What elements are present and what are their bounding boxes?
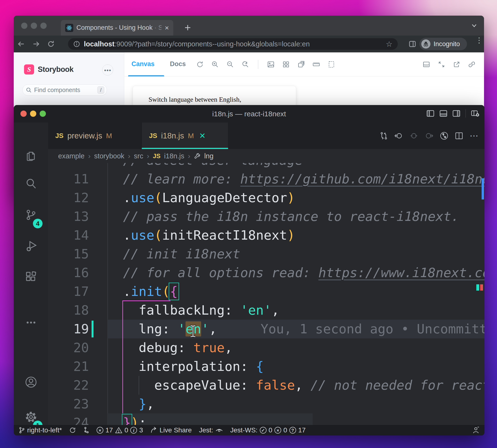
breadcrumb-item[interactable]: storybook: [94, 152, 125, 160]
url-bar[interactable]: localhost:9009/?path=/story/components--…: [68, 38, 398, 50]
info-icon[interactable]: [73, 41, 80, 47]
fullscreen-icon[interactable]: [438, 61, 445, 68]
browser-traffic-lights[interactable]: [21, 23, 47, 29]
code-line-19[interactable]: 19 lng: 'en',You, 1 second ago • Uncommi…: [48, 320, 484, 338]
js-lang-icon: JS: [149, 132, 157, 140]
code-line-12[interactable]: 12.use(LanguageDetector): [48, 188, 484, 207]
zoom-in-icon[interactable]: [211, 61, 219, 68]
code-line-22[interactable]: 22 escapeValue: false, // not needed for…: [48, 376, 484, 395]
code-line-18[interactable]: 18 fallbackLng: 'en',: [48, 301, 484, 320]
overflow-menu-icon[interactable]: ●●●: [102, 64, 113, 76]
sync-status[interactable]: [69, 427, 76, 433]
code-line-24[interactable]: 24});: [48, 413, 484, 425]
background-icon[interactable]: [267, 61, 274, 68]
customize-layout-icon[interactable]: [471, 110, 479, 117]
scm-badge: 4: [33, 219, 43, 228]
code-token: use: [131, 190, 155, 205]
viewport-icon[interactable]: [298, 61, 305, 68]
zoom-out-icon[interactable]: [227, 61, 234, 68]
breadcrumb-item[interactable]: example: [58, 152, 85, 160]
debug-icon[interactable]: [14, 240, 48, 252]
side-panel-icon[interactable]: [408, 40, 417, 48]
code-line-23[interactable]: 23 },: [48, 395, 484, 413]
code-line-15[interactable]: 15// init i18next: [48, 245, 484, 263]
question-icon: ?: [289, 427, 296, 433]
jest-status[interactable]: Jest:: [199, 426, 223, 434]
ruler-icon[interactable]: [313, 61, 320, 68]
bookmark-star-icon[interactable]: ☆: [386, 40, 392, 48]
refresh-icon[interactable]: [196, 61, 204, 68]
toggle-secondary-sidebar-icon[interactable]: [452, 110, 460, 117]
git-graph-icon[interactable]: [440, 131, 449, 140]
tab-close-icon[interactable]: ✕: [199, 131, 206, 140]
extensions-icon[interactable]: [14, 271, 48, 283]
commit-graph-status[interactable]: [83, 427, 89, 434]
code-token: // learn more:: [123, 171, 240, 187]
back-icon[interactable]: [14, 40, 29, 48]
breadcrumb-item[interactable]: i18n.js: [164, 152, 184, 160]
zoom-reset-icon[interactable]: [242, 61, 249, 68]
find-components-input[interactable]: Find components /: [22, 84, 107, 96]
toggle-panel-icon[interactable]: [440, 110, 447, 117]
chevron-right-icon: ›: [88, 152, 91, 160]
editor-scrollbar[interactable]: [482, 178, 484, 199]
code-line-20[interactable]: 20 debug: true,: [48, 338, 484, 357]
tab-docs[interactable]: Docs: [170, 60, 186, 68]
outline-icon[interactable]: [328, 61, 335, 68]
tab-preview-js[interactable]: JS preview.js M: [48, 123, 142, 149]
chevron-right-icon: ›: [128, 152, 130, 160]
open-external-icon[interactable]: [453, 61, 460, 68]
code-token: [123, 396, 139, 412]
minimize-window-button[interactable]: [31, 23, 37, 29]
explorer-icon[interactable]: [14, 150, 48, 162]
panel-icon[interactable]: [423, 61, 430, 68]
source-control-icon[interactable]: [14, 209, 48, 221]
git-modified-gutter-mark: [92, 321, 94, 337]
account-icon[interactable]: [14, 376, 48, 388]
live-share-status[interactable]: Live Share: [150, 426, 192, 434]
line-number: 19: [48, 320, 89, 338]
code-line-11[interactable]: 11// learn more: https://github.com/i18n…: [48, 170, 484, 188]
code-line-14[interactable]: 14.use(initReactI18next): [48, 226, 484, 245]
search-icon[interactable]: [14, 178, 48, 190]
breadcrumb-symbol[interactable]: lng: [204, 152, 214, 160]
tab-filename: i18n.js: [161, 131, 184, 140]
jest-ws-status[interactable]: Jest-WS: ✓ 0 × 0 ? 17: [230, 426, 306, 434]
browser-menu-icon[interactable]: ⋮: [475, 38, 480, 42]
zoom-window-button[interactable]: [40, 23, 47, 29]
grid-icon[interactable]: [282, 61, 289, 68]
more-icon[interactable]: [14, 317, 48, 329]
forward-icon[interactable]: [29, 40, 44, 48]
breadcrumb-item[interactable]: src: [134, 152, 143, 160]
url-text[interactable]: localhost:9009/?path=/story/components--…: [84, 40, 310, 48]
code-line-partial[interactable]: // detect user language: [48, 163, 484, 170]
settings-gear-icon[interactable]: [14, 411, 48, 423]
tab-i18n-js[interactable]: JS i18n.js M ✕: [142, 123, 228, 149]
code-line-13[interactable]: 13// pass the i18n instance to react-i18…: [48, 207, 484, 226]
person-status[interactable]: [472, 426, 480, 434]
tab-canvas[interactable]: Canvas: [131, 60, 155, 68]
browser-tab[interactable]: Components - Using Hook · St ×: [61, 20, 173, 36]
git-branch-status[interactable]: right-to-left*: [18, 426, 62, 434]
code-line-17[interactable]: 17.init({: [48, 282, 484, 301]
toggle-sidebar-icon[interactable]: [427, 110, 434, 117]
line-number: 21: [48, 357, 89, 376]
link-icon[interactable]: [468, 61, 475, 68]
line-number: 11: [48, 170, 89, 188]
code-editor[interactable]: // detect user language11// learn more: …: [48, 163, 484, 425]
nav-back-icon[interactable]: [394, 132, 403, 140]
line-number: 22: [48, 376, 89, 395]
incognito-label: Incognito: [433, 40, 460, 48]
tab-close-icon[interactable]: ×: [165, 24, 169, 32]
new-tab-button[interactable]: [182, 22, 193, 33]
code-line-16[interactable]: 16// for all options read: https://www.i…: [48, 263, 484, 282]
nav-dash-icon: [410, 132, 418, 140]
diff-icon[interactable]: [380, 132, 388, 140]
close-window-button[interactable]: [21, 23, 27, 29]
code-token: (: [154, 228, 162, 243]
split-editor-icon[interactable]: [455, 132, 463, 140]
tab-search-chevron-icon[interactable]: [471, 23, 478, 29]
problems-status[interactable]: × 17 0 i 3: [96, 426, 143, 434]
code-line-21[interactable]: 21 interpolation: {: [48, 357, 484, 376]
reload-icon[interactable]: [44, 40, 58, 48]
